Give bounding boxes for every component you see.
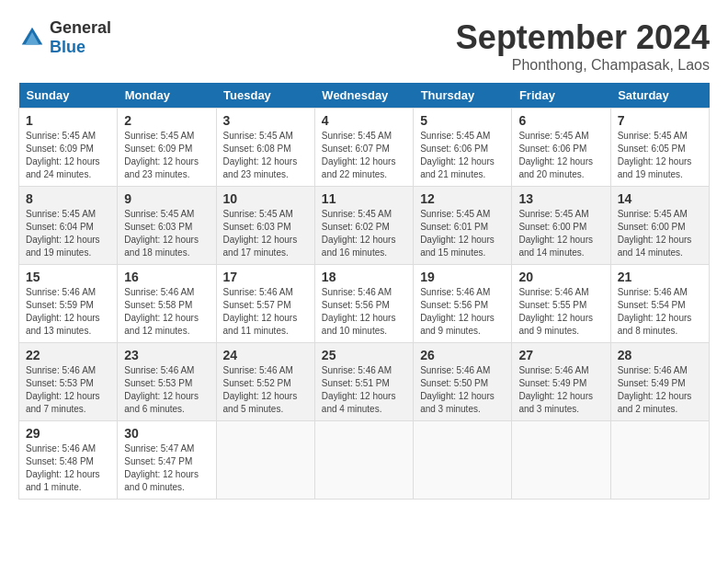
logo-general-text: General xyxy=(50,18,111,37)
day-number: 12 xyxy=(420,191,505,206)
calendar-cell: 28Sunrise: 5:46 AM Sunset: 5:49 PM Dayli… xyxy=(610,343,709,421)
day-info: Sunrise: 5:45 AM Sunset: 6:09 PM Dayligh… xyxy=(26,130,110,181)
calendar-week-3: 15Sunrise: 5:46 AM Sunset: 5:59 PM Dayli… xyxy=(19,265,710,343)
calendar-cell: 3Sunrise: 5:45 AM Sunset: 6:08 PM Daylig… xyxy=(216,109,314,187)
calendar-cell: 26Sunrise: 5:46 AM Sunset: 5:50 PM Dayli… xyxy=(414,343,512,421)
calendar-cell: 6Sunrise: 5:45 AM Sunset: 6:06 PM Daylig… xyxy=(512,109,610,187)
calendar-cell: 25Sunrise: 5:46 AM Sunset: 5:51 PM Dayli… xyxy=(314,343,413,421)
weekday-header-thursday: Thursday xyxy=(414,83,512,109)
calendar-cell xyxy=(610,421,709,500)
weekday-header-tuesday: Tuesday xyxy=(216,83,314,109)
calendar-week-1: 1Sunrise: 5:45 AM Sunset: 6:09 PM Daylig… xyxy=(19,109,710,187)
day-number: 24 xyxy=(223,348,308,362)
calendar-cell: 23Sunrise: 5:46 AM Sunset: 5:53 PM Dayli… xyxy=(118,343,216,421)
logo-blue-text: Blue xyxy=(50,38,85,56)
weekday-header-friday: Friday xyxy=(512,83,610,109)
day-number: 4 xyxy=(322,113,406,128)
calendar-cell: 16Sunrise: 5:46 AM Sunset: 5:58 PM Dayli… xyxy=(118,265,216,343)
day-number: 8 xyxy=(26,191,110,206)
calendar-cell: 18Sunrise: 5:46 AM Sunset: 5:56 PM Dayli… xyxy=(314,265,413,343)
day-info: Sunrise: 5:45 AM Sunset: 6:03 PM Dayligh… xyxy=(124,208,209,259)
calendar-cell xyxy=(216,421,314,500)
day-info: Sunrise: 5:45 AM Sunset: 6:06 PM Dayligh… xyxy=(518,130,603,181)
calendar-week-2: 8Sunrise: 5:45 AM Sunset: 6:04 PM Daylig… xyxy=(19,187,710,265)
day-info: Sunrise: 5:45 AM Sunset: 6:06 PM Dayligh… xyxy=(420,130,505,181)
day-info: Sunrise: 5:46 AM Sunset: 5:56 PM Dayligh… xyxy=(420,286,505,338)
day-info: Sunrise: 5:45 AM Sunset: 6:01 PM Dayligh… xyxy=(420,208,505,259)
day-info: Sunrise: 5:46 AM Sunset: 5:49 PM Dayligh… xyxy=(518,364,603,416)
day-number: 25 xyxy=(322,348,406,362)
day-number: 11 xyxy=(322,191,406,206)
logo-icon xyxy=(18,24,46,52)
title-block: September 2024 Phonthong, Champasak, Lao… xyxy=(456,18,710,74)
calendar-cell: 22Sunrise: 5:46 AM Sunset: 5:53 PM Dayli… xyxy=(19,343,118,421)
day-info: Sunrise: 5:45 AM Sunset: 6:00 PM Dayligh… xyxy=(618,208,702,259)
calendar-cell: 2Sunrise: 5:45 AM Sunset: 6:09 PM Daylig… xyxy=(118,109,216,187)
day-info: Sunrise: 5:46 AM Sunset: 5:57 PM Dayligh… xyxy=(223,286,308,338)
weekday-header-saturday: Saturday xyxy=(610,83,709,109)
day-number: 2 xyxy=(124,113,209,128)
day-number: 29 xyxy=(26,426,110,441)
calendar-cell: 15Sunrise: 5:46 AM Sunset: 5:59 PM Dayli… xyxy=(19,265,118,343)
calendar-cell: 12Sunrise: 5:45 AM Sunset: 6:01 PM Dayli… xyxy=(414,187,512,265)
calendar-cell: 17Sunrise: 5:46 AM Sunset: 5:57 PM Dayli… xyxy=(216,265,314,343)
calendar-week-5: 29Sunrise: 5:46 AM Sunset: 5:48 PM Dayli… xyxy=(19,421,710,500)
location-title: Phonthong, Champasak, Laos xyxy=(456,57,710,74)
calendar-cell: 19Sunrise: 5:46 AM Sunset: 5:56 PM Dayli… xyxy=(414,265,512,343)
day-info: Sunrise: 5:46 AM Sunset: 5:55 PM Dayligh… xyxy=(518,286,603,338)
calendar-cell: 4Sunrise: 5:45 AM Sunset: 6:07 PM Daylig… xyxy=(314,109,413,187)
page-header: General Blue September 2024 Phonthong, C… xyxy=(18,18,710,74)
day-info: Sunrise: 5:45 AM Sunset: 6:07 PM Dayligh… xyxy=(322,130,406,181)
day-info: Sunrise: 5:46 AM Sunset: 5:53 PM Dayligh… xyxy=(26,364,110,416)
calendar-cell: 10Sunrise: 5:45 AM Sunset: 6:03 PM Dayli… xyxy=(216,187,314,265)
calendar-cell xyxy=(314,421,413,500)
day-info: Sunrise: 5:46 AM Sunset: 5:53 PM Dayligh… xyxy=(124,364,209,416)
weekday-header-sunday: Sunday xyxy=(19,83,118,109)
day-number: 21 xyxy=(618,270,702,284)
day-number: 22 xyxy=(26,348,110,362)
day-number: 10 xyxy=(223,191,308,206)
weekday-header-monday: Monday xyxy=(118,83,216,109)
month-title: September 2024 xyxy=(456,18,710,57)
day-number: 7 xyxy=(618,113,702,128)
day-info: Sunrise: 5:46 AM Sunset: 5:56 PM Dayligh… xyxy=(322,286,406,338)
day-number: 20 xyxy=(518,270,603,284)
calendar-cell: 11Sunrise: 5:45 AM Sunset: 6:02 PM Dayli… xyxy=(314,187,413,265)
day-info: Sunrise: 5:45 AM Sunset: 6:00 PM Dayligh… xyxy=(518,208,603,259)
day-number: 17 xyxy=(223,270,308,284)
day-number: 13 xyxy=(518,191,603,206)
calendar-cell: 7Sunrise: 5:45 AM Sunset: 6:05 PM Daylig… xyxy=(610,109,709,187)
calendar-cell xyxy=(414,421,512,500)
calendar-cell xyxy=(512,421,610,500)
calendar-cell: 9Sunrise: 5:45 AM Sunset: 6:03 PM Daylig… xyxy=(118,187,216,265)
calendar-cell: 1Sunrise: 5:45 AM Sunset: 6:09 PM Daylig… xyxy=(19,109,118,187)
day-info: Sunrise: 5:45 AM Sunset: 6:05 PM Dayligh… xyxy=(618,130,702,181)
day-number: 3 xyxy=(223,113,308,128)
day-info: Sunrise: 5:46 AM Sunset: 5:52 PM Dayligh… xyxy=(223,364,308,416)
calendar-cell: 8Sunrise: 5:45 AM Sunset: 6:04 PM Daylig… xyxy=(19,187,118,265)
day-info: Sunrise: 5:45 AM Sunset: 6:04 PM Dayligh… xyxy=(26,208,110,259)
day-number: 1 xyxy=(26,113,110,128)
day-number: 27 xyxy=(518,348,603,362)
day-info: Sunrise: 5:47 AM Sunset: 5:47 PM Dayligh… xyxy=(124,442,209,494)
calendar-cell: 20Sunrise: 5:46 AM Sunset: 5:55 PM Dayli… xyxy=(512,265,610,343)
weekday-header-row: SundayMondayTuesdayWednesdayThursdayFrid… xyxy=(19,83,710,109)
day-info: Sunrise: 5:45 AM Sunset: 6:08 PM Dayligh… xyxy=(223,130,308,181)
day-number: 9 xyxy=(124,191,209,206)
day-info: Sunrise: 5:45 AM Sunset: 6:02 PM Dayligh… xyxy=(322,208,406,259)
calendar-week-4: 22Sunrise: 5:46 AM Sunset: 5:53 PM Dayli… xyxy=(19,343,710,421)
day-number: 23 xyxy=(124,348,209,362)
calendar-cell: 14Sunrise: 5:45 AM Sunset: 6:00 PM Dayli… xyxy=(610,187,709,265)
day-number: 30 xyxy=(124,426,209,441)
day-number: 19 xyxy=(420,270,505,284)
day-number: 16 xyxy=(124,270,209,284)
calendar-cell: 30Sunrise: 5:47 AM Sunset: 5:47 PM Dayli… xyxy=(118,421,216,500)
calendar-cell: 27Sunrise: 5:46 AM Sunset: 5:49 PM Dayli… xyxy=(512,343,610,421)
calendar-cell: 21Sunrise: 5:46 AM Sunset: 5:54 PM Dayli… xyxy=(610,265,709,343)
day-info: Sunrise: 5:45 AM Sunset: 6:09 PM Dayligh… xyxy=(124,130,209,181)
day-number: 28 xyxy=(618,348,702,362)
day-info: Sunrise: 5:46 AM Sunset: 5:50 PM Dayligh… xyxy=(420,364,505,416)
weekday-header-wednesday: Wednesday xyxy=(314,83,413,109)
day-info: Sunrise: 5:46 AM Sunset: 5:49 PM Dayligh… xyxy=(618,364,702,416)
calendar-cell: 5Sunrise: 5:45 AM Sunset: 6:06 PM Daylig… xyxy=(414,109,512,187)
